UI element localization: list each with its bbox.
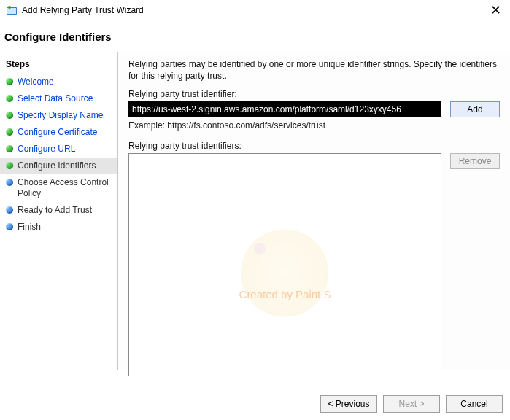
step-bullet-icon [6,95,13,102]
step-bullet-icon [6,128,13,136]
step-label: Configure Certificate [18,127,97,138]
step-label: Select Data Source [18,93,93,104]
steps-heading: Steps [0,57,117,74]
step-label: Configure URL [18,144,75,155]
identifiers-list-label: Relying party trust identifiers: [128,141,500,151]
step-configure-identifiers: Configure Identifiers [0,158,117,174]
step-bullet-icon [6,162,13,169]
window-title: Add Relying Party Trust Wizard [22,5,144,15]
svg-rect-1 [7,8,16,14]
step-ready-to-add-trust: Ready to Add Trust [0,202,117,219]
next-button: Next > [383,395,440,413]
previous-button[interactable]: < Previous [320,395,377,413]
step-label: Ready to Add Trust [18,205,92,216]
step-label: Configure Identifiers [18,160,96,171]
app-icon [6,4,18,16]
wizard-footer: < Previous Next > Cancel [320,395,503,413]
step-finish: Finish [0,219,117,236]
instructions-text: Relying parties may be identified by one… [128,58,500,82]
cancel-button[interactable]: Cancel [446,395,503,413]
step-bullet-icon [6,206,13,214]
watermark: Created by Paint S [239,230,331,300]
step-bullet-icon [6,223,13,230]
add-button[interactable]: Add [450,101,500,117]
step-label: Specify Display Name [18,110,103,121]
step-label: Welcome [18,77,54,88]
palette-icon [242,230,329,317]
step-bullet-icon [6,112,13,119]
identifier-label: Relying party trust identifier: [128,89,500,99]
step-welcome[interactable]: Welcome [0,74,117,90]
svg-point-2 [8,6,11,9]
page-heading: Configure Identifiers [0,20,510,52]
step-label: Choose Access Control Policy [18,177,112,199]
watermark-text: Created by Paint S [239,288,331,300]
step-bullet-icon [6,179,13,186]
main-panel: Relying parties may be identified by one… [118,52,510,370]
step-configure-url[interactable]: Configure URL [0,141,117,158]
step-choose-access-control-policy: Choose Access Control Policy [0,174,117,202]
titlebar: Add Relying Party Trust Wizard ✕ [0,0,510,20]
steps-sidebar: Steps WelcomeSelect Data SourceSpecify D… [0,52,118,370]
step-bullet-icon [6,145,13,152]
identifier-input[interactable] [128,101,441,117]
step-bullet-icon [6,78,13,85]
close-icon[interactable]: ✕ [487,4,504,17]
identifiers-listbox[interactable]: Created by Paint S [128,153,441,376]
step-configure-certificate[interactable]: Configure Certificate [0,124,117,141]
example-text: Example: https://fs.contoso.com/adfs/ser… [128,120,500,131]
remove-button: Remove [450,153,500,169]
step-specify-display-name[interactable]: Specify Display Name [0,107,117,124]
step-label: Finish [18,222,41,233]
step-select-data-source[interactable]: Select Data Source [0,90,117,107]
